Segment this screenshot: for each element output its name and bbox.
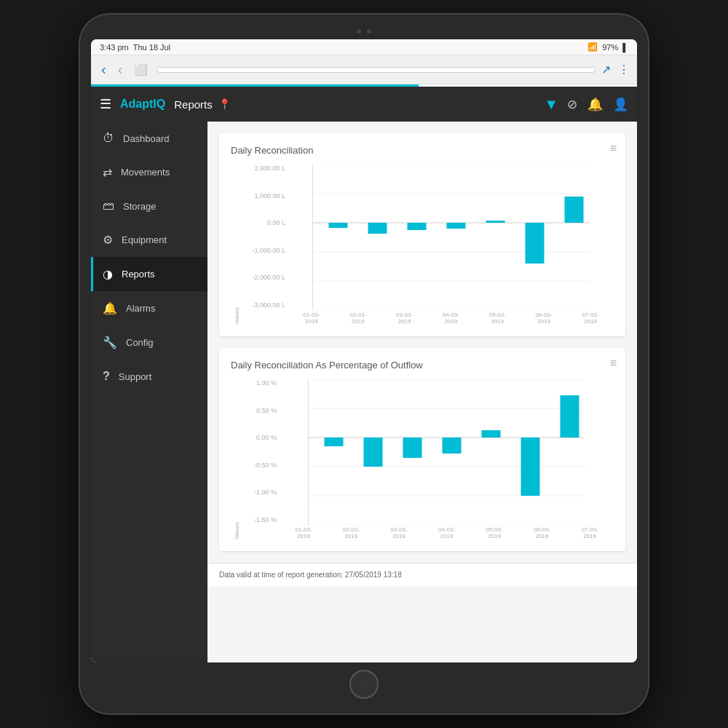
equipment-icon: ⚙ (103, 233, 113, 247)
status-bar: 3:43 pm Thu 18 Jul 📶 97% ▌ (91, 39, 637, 55)
data-footer: Data valid at time of report generation:… (207, 563, 637, 586)
chart2-title: Daily Reconciliation As Percentage of Ou… (231, 360, 614, 371)
browser-share-button[interactable]: ↗ (601, 63, 611, 76)
sidebar-label-reports: Reports (122, 269, 155, 280)
svg-rect-23 (403, 438, 422, 458)
tablet-camera (91, 29, 637, 33)
sidebar-item-dashboard[interactable]: ⏱ Dashboard (91, 122, 207, 155)
sidebar-item-reports[interactable]: ◑ Reports (91, 257, 207, 291)
sidebar: ⏱ Dashboard ⇄ Movements 🗃 Storage ⚙ Equi… (91, 122, 207, 662)
footer-text: Data valid at time of report generation:… (219, 571, 402, 579)
sidebar-item-support[interactable]: ? Support (91, 360, 207, 393)
block-icon[interactable]: ⊘ (567, 97, 577, 112)
app-container: ☰ AdaptIQ Reports 📍 ▼ ⊘ 🔔 👤 (91, 87, 637, 662)
dashboard-icon: ⏱ (103, 132, 114, 145)
svg-rect-25 (482, 430, 501, 438)
browser-more-button[interactable]: ⋮ (618, 63, 630, 76)
svg-rect-13 (565, 197, 584, 223)
svg-rect-26 (521, 438, 540, 496)
svg-rect-9 (408, 223, 427, 230)
wifi-icon: 📶 (587, 42, 598, 52)
status-time-date: 3:43 pm Thu 18 Jul (100, 43, 170, 52)
svg-rect-11 (486, 221, 505, 223)
app-logo: AdaptIQ (120, 98, 165, 111)
svg-rect-21 (325, 438, 344, 446)
svg-rect-7 (329, 223, 348, 228)
chart1-menu-icon[interactable]: ≡ (610, 142, 617, 155)
svg-rect-22 (364, 438, 383, 467)
app-body: ⏱ Dashboard ⇄ Movements 🗃 Storage ⚙ Equi… (91, 122, 637, 662)
svg-rect-8 (368, 223, 387, 234)
chart2-y-axis: 1.00 % 0.50 % 0.00 % -0.50 % -1.00 % -1.… (243, 379, 277, 539)
browser-bookmark-button[interactable]: ⬜ (131, 62, 151, 78)
movements-icon: ⇄ (103, 165, 112, 179)
sidebar-item-equipment[interactable]: ⚙ Equipment (91, 223, 207, 257)
sidebar-label-alarms: Alarms (126, 303, 155, 314)
header-title: Reports (174, 98, 213, 111)
chart2-svg (280, 379, 614, 525)
sidebar-label-config: Config (126, 337, 154, 348)
chart1-y-axis: 2,000.00 L 1,000.00 L 0.00 L -1,000.00 L… (243, 165, 285, 325)
svg-rect-24 (443, 438, 462, 454)
chart1-y-label: Values (231, 165, 240, 325)
chart1-x-axis: 01-03-2019 02-03-2019 03-03-2019 04-03-2… (288, 312, 614, 325)
svg-rect-27 (561, 395, 579, 438)
location-pin-icon[interactable]: 📍 (218, 98, 231, 110)
chart1-title: Daily Reconciliation (231, 145, 614, 156)
sidebar-label-equipment: Equipment (122, 234, 167, 245)
storage-icon: 🗃 (103, 199, 114, 213)
sidebar-item-alarms[interactable]: 🔔 Alarms (91, 291, 207, 325)
header-actions: ⊘ 🔔 👤 (567, 97, 628, 112)
sidebar-label-movements: Movements (121, 167, 170, 178)
reports-icon: ◑ (103, 267, 113, 281)
camera-dot (357, 29, 361, 33)
sidebar-item-config[interactable]: 🔧 Config (91, 325, 207, 360)
sidebar-label-support: Support (119, 371, 152, 382)
app-header: ☰ AdaptIQ Reports 📍 ▼ ⊘ 🔔 👤 (91, 87, 637, 122)
sidebar-label-storage: Storage (123, 201, 157, 212)
chart2-x-axis: 01-03-2019 02-03-2019 03-03-2019 04-03-2… (280, 526, 614, 539)
support-icon: ? (103, 370, 110, 383)
dropdown-arrow-icon[interactable]: ▼ (544, 96, 558, 113)
battery-icon: ▌ (622, 43, 628, 52)
config-icon: 🔧 (103, 336, 117, 349)
browser-forward-button[interactable]: ‹ (115, 60, 126, 79)
user-icon[interactable]: 👤 (613, 97, 628, 112)
alarms-icon: 🔔 (103, 301, 117, 315)
tablet-device: 3:43 pm Thu 18 Jul 📶 97% ▌ ‹ ‹ ⬜ ↗ ⋮ (80, 15, 648, 713)
battery-level: 97% (602, 43, 618, 52)
svg-rect-12 (526, 223, 545, 264)
browser-back-button[interactable]: ‹ (98, 60, 109, 79)
home-button[interactable] (349, 670, 379, 699)
chart1-plot: 01-03-2019 02-03-2019 03-03-2019 04-03-2… (288, 165, 614, 325)
sidebar-label-dashboard: Dashboard (123, 133, 170, 144)
tablet-home-area (91, 670, 637, 699)
status-right: 📶 97% ▌ (587, 42, 628, 52)
browser-actions: ↗ ⋮ (601, 63, 630, 76)
chart-card-2: Daily Reconciliation As Percentage of Ou… (219, 348, 625, 551)
speaker-dot (367, 29, 371, 33)
chart1-svg (288, 165, 614, 310)
browser-address-bar[interactable] (157, 67, 596, 73)
chart2-plot: 01-03-2019 02-03-2019 03-03-2019 04-03-2… (280, 379, 614, 539)
menu-icon[interactable]: ☰ (100, 96, 111, 112)
chart2-menu-icon[interactable]: ≡ (610, 357, 617, 370)
browser-bar: ‹ ‹ ⬜ ↗ ⋮ (91, 55, 637, 84)
sidebar-item-movements[interactable]: ⇄ Movements (91, 155, 207, 189)
chart2-y-label: Values (231, 379, 240, 539)
chart-card-1: Daily Reconciliation ≡ Values 2,000.00 L… (219, 133, 625, 336)
bell-icon[interactable]: 🔔 (587, 97, 603, 112)
svg-rect-10 (447, 223, 466, 229)
content-area: Daily Reconciliation ≡ Values 2,000.00 L… (207, 122, 637, 662)
sidebar-item-storage[interactable]: 🗃 Storage (91, 189, 207, 223)
tablet-screen: 3:43 pm Thu 18 Jul 📶 97% ▌ ‹ ‹ ⬜ ↗ ⋮ (91, 39, 637, 662)
header-section: Reports 📍 ▼ (174, 96, 558, 113)
